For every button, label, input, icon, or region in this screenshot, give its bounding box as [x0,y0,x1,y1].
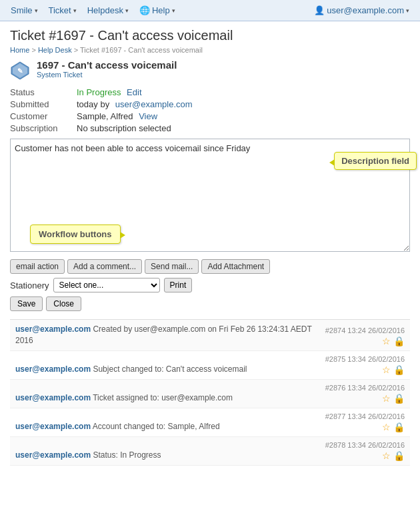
save-close-row: Save Close [10,296,410,311]
log-message: Account changed to: Sample, Alfred [93,422,220,431]
submitted-user-link[interactable]: user@example.com [115,99,193,109]
activity-log: user@example.com Created by user@example… [10,319,410,466]
log-meta: #2875 13:34 26/02/2016 ☆ 🔒 [325,355,405,375]
star-icon[interactable]: ☆ [382,450,391,461]
log-message: Status: In Progress [93,450,161,460]
log-meta: #2874 13:24 26/02/2016 ☆ 🔒 [325,326,405,346]
user-icon: 👤 [314,5,325,15]
stationery-row: Stationery Select one... Print [10,278,410,292]
log-meta: #2878 13:34 26/02/2016 ☆ 🔒 [325,441,405,461]
log-icons: ☆ 🔒 [325,364,405,375]
log-entry: user@example.com Account changed to: Sam… [10,408,410,437]
customer-value: Sample, Alfred View [77,111,157,121]
customer-row: Customer Sample, Alfred View [10,111,410,121]
breadcrumb-home[interactable]: Home [10,46,29,54]
log-user[interactable]: user@example.com [15,393,91,402]
log-ref: #2877 13:34 26/02/2016 [325,412,405,420]
top-navigation: Smile ▾ Ticket ▾ Helpdesk ▾ 🌐 Help ▾ 👤 u… [0,0,420,21]
subscription-row: Subscription No subscription selected [10,123,410,133]
log-user[interactable]: user@example.com [15,422,91,431]
submitted-row: Submitted today by user@example.com [10,99,410,109]
lock-icon: 🔒 [393,450,405,461]
stationery-select[interactable]: Select one... [53,278,160,292]
globe-icon: 🌐 [139,5,150,15]
status-edit-link[interactable]: Edit [127,87,141,97]
nav-ticket[interactable]: Ticket ▾ [45,3,81,17]
chevron-down-icon: ▾ [125,7,129,14]
log-entry: user@example.com Subject changed to: Can… [10,351,410,380]
chevron-down-icon: ▾ [406,7,409,14]
submitted-label: Submitted [10,99,77,109]
subscription-label: Subscription [10,123,77,133]
chevron-down-icon: ▾ [73,7,77,14]
save-button[interactable]: Save [10,296,43,311]
submitted-value: today by user@example.com [77,99,193,109]
log-text: user@example.com Created by user@example… [15,324,320,346]
send-mail-button[interactable]: Send mail... [145,259,199,274]
lock-icon: 🔒 [393,393,405,404]
log-ref: #2876 13:34 26/02/2016 [325,384,405,392]
ticket-title: 1697 - Can't access voicemail [37,59,177,71]
log-entry: user@example.com Status: In Progress #28… [10,437,410,466]
action-buttons-row: email action Add a comment... Send mail.… [10,259,410,274]
log-entry: user@example.com Ticket assigned to: use… [10,380,410,408]
ticket-subtitle: System Ticket [37,71,177,79]
log-icons: ☆ 🔒 [325,450,405,461]
ticket-header: ✎ 1697 - Can't access voicemail System T… [10,59,410,82]
close-button[interactable]: Close [46,296,81,311]
status-value: In Progress Edit [77,87,142,97]
log-icons: ☆ 🔒 [325,422,405,432]
log-ref: #2874 13:24 26/02/2016 [325,326,405,334]
log-user[interactable]: user@example.com [15,364,91,374]
log-text: user@example.com Subject changed to: Can… [15,364,320,375]
log-icons: ☆ 🔒 [325,393,405,404]
status-label: Status [10,87,77,97]
lock-icon: 🔒 [393,364,405,375]
nav-smile[interactable]: Smile ▾ [7,3,42,17]
email-action-button[interactable]: email action [10,259,65,274]
ticket-fields: Status In Progress Edit Submitted today … [10,87,410,133]
chevron-down-icon: ▾ [172,7,175,14]
subscription-value: No subscription selected [77,123,171,133]
customer-view-link[interactable]: View [139,111,157,121]
add-attachment-button[interactable]: Add Attachment [201,259,270,274]
print-button[interactable]: Print [164,278,193,292]
lock-icon: 🔒 [393,336,405,346]
log-text: user@example.com Account changed to: Sam… [15,421,320,432]
star-icon[interactable]: ☆ [382,393,391,404]
log-meta: #2876 13:34 26/02/2016 ☆ 🔒 [325,384,405,404]
star-icon[interactable]: ☆ [382,336,391,346]
ticket-icon: ✎ [10,61,31,82]
log-user[interactable]: user@example.com [15,450,91,460]
nav-helpdesk[interactable]: Helpdesk ▾ [83,3,133,17]
description-wrapper: Customer has not been able to access voi… [10,139,410,254]
log-ref: #2878 13:34 26/02/2016 [325,441,405,449]
main-content: Ticket #1697 - Can't access voicemail Ho… [0,21,420,472]
lock-icon: 🔒 [393,422,405,432]
log-message: Subject changed to: Can't access voicema… [93,364,247,374]
log-text: user@example.com Ticket assigned to: use… [15,392,320,404]
breadcrumb-helpdesk[interactable]: Help Desk [38,46,72,54]
log-icons: ☆ 🔒 [325,336,405,346]
star-icon[interactable]: ☆ [382,422,391,432]
customer-label: Customer [10,111,77,121]
stationery-label: Stationery [10,280,49,290]
status-row: Status In Progress Edit [10,87,410,97]
star-icon[interactable]: ☆ [382,364,391,375]
log-entry: user@example.com Created by user@example… [10,320,410,351]
log-text: user@example.com Status: In Progress [15,450,320,461]
customer-name: Sample, Alfred [77,111,133,121]
nav-user[interactable]: 👤 user@example.com ▾ [310,3,413,17]
log-ref: #2875 13:34 26/02/2016 [325,355,405,363]
breadcrumb-current: Ticket #1697 - Can't access voicemail [80,46,203,54]
log-meta: #2877 13:34 26/02/2016 ☆ 🔒 [325,412,405,432]
add-comment-button[interactable]: Add a comment... [67,259,142,274]
log-user[interactable]: user@example.com [15,324,91,334]
svg-text:✎: ✎ [17,67,23,75]
page-title: Ticket #1697 - Can't access voicemail [10,28,410,43]
breadcrumb: Home > Help Desk > Ticket #1697 - Can't … [10,46,410,54]
status-text: In Progress [77,87,121,97]
nav-help[interactable]: 🌐 Help ▾ [135,3,179,17]
log-message: Ticket assigned to: user@example.com [93,393,233,402]
description-field-tooltip: Description field [334,152,417,170]
